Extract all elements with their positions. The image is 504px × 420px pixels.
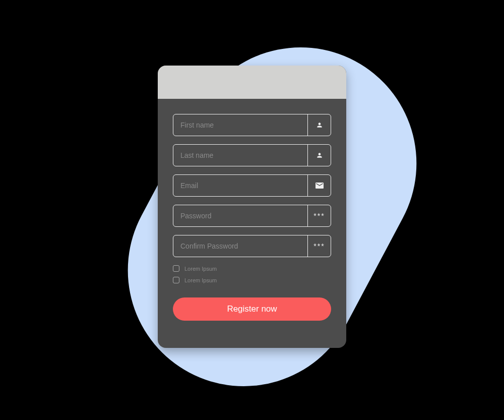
- last-name-row: [173, 144, 331, 166]
- email-row: [173, 174, 331, 197]
- first-name-input[interactable]: [173, 114, 307, 136]
- card-header: [158, 66, 346, 99]
- password-input[interactable]: [173, 205, 307, 226]
- checkbox-1-label: Lorem Ipsum: [184, 266, 217, 272]
- password-mask-icon: ***: [307, 235, 331, 257]
- last-name-input[interactable]: [173, 145, 307, 166]
- mail-icon: [307, 175, 331, 196]
- email-input[interactable]: [173, 175, 307, 196]
- user-icon: [307, 114, 331, 136]
- confirm-password-input[interactable]: [173, 235, 307, 257]
- first-name-row: [173, 114, 331, 136]
- checkbox-row-1: Lorem Ipsum: [173, 265, 331, 272]
- checkbox-2-label: Lorem Ipsum: [184, 277, 217, 283]
- register-button[interactable]: Register now: [173, 297, 331, 321]
- checkbox-2[interactable]: [173, 277, 179, 283]
- password-mask-icon: ***: [307, 205, 331, 226]
- checkbox-row-2: Lorem Ipsum: [173, 277, 331, 283]
- password-row: ***: [173, 205, 331, 227]
- user-icon: [307, 145, 331, 166]
- register-card: *** *** Lorem Ipsum Lorem Ipsum Register…: [158, 66, 346, 348]
- register-form: *** *** Lorem Ipsum Lorem Ipsum Register…: [158, 99, 346, 333]
- checkbox-1[interactable]: [173, 265, 179, 272]
- confirm-password-row: ***: [173, 235, 331, 257]
